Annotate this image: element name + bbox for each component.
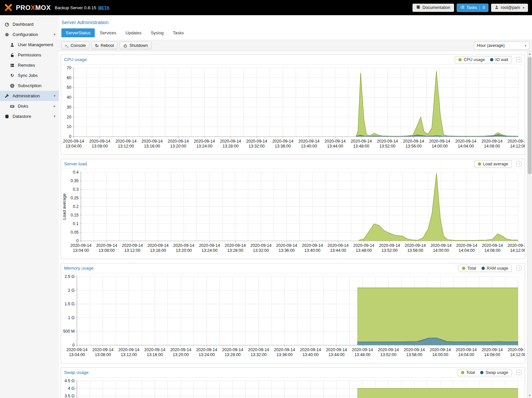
load-chart: 00.050.10.150.20.250.30.350.42020-09-141… — [61, 169, 525, 259]
chevron-down-icon: ▾ — [523, 6, 524, 10]
scroll-up-icon[interactable]: ▲ — [527, 51, 532, 56]
legend-item[interactable]: RAM usage — [481, 266, 508, 271]
svg-text:14:08:00: 14:08:00 — [484, 248, 501, 253]
legend-item[interactable]: Total — [462, 266, 476, 271]
svg-text:13:28:00: 13:28:00 — [227, 248, 243, 253]
collapse-icon[interactable]: − — [516, 370, 522, 375]
documentation-button[interactable]: Documentation — [412, 4, 454, 12]
chevron-down-icon[interactable]: ▾ — [53, 94, 55, 98]
user-menu-button[interactable]: root@pam ▾ — [491, 4, 528, 12]
chevron-down-icon[interactable]: ▾ — [53, 114, 55, 118]
legend-label: CPU usage — [464, 57, 485, 62]
svg-text:4.5 G: 4.5 G — [64, 379, 75, 383]
svg-text:13:08:00: 13:08:00 — [95, 352, 111, 357]
sidebar-item-disks[interactable]: Disks▸ — [0, 101, 59, 111]
chart-legend: CPU usageIO wait — [455, 56, 512, 63]
svg-text:2020-09-14: 2020-09-14 — [377, 139, 398, 144]
legend-item[interactable]: Load average — [478, 162, 508, 166]
tab-updates[interactable]: Updates — [121, 28, 146, 37]
svg-text:13:16:00: 13:16:00 — [144, 144, 160, 149]
collapse-icon[interactable]: − — [516, 57, 522, 62]
tab-syslog[interactable]: Syslog — [146, 28, 168, 37]
gauge-icon — [4, 22, 10, 27]
svg-text:2020-09-14: 2020-09-14 — [351, 139, 372, 144]
server-icon — [9, 63, 15, 68]
svg-text:13:40:00: 13:40:00 — [301, 144, 317, 149]
svg-text:0.25: 0.25 — [71, 196, 79, 200]
panel-header: Server loadLoad average− — [61, 159, 525, 169]
chevron-right-icon[interactable]: ▸ — [53, 104, 55, 108]
svg-text:2020-09-14: 2020-09-14 — [92, 348, 114, 352]
svg-text:13:44:00: 13:44:00 — [330, 248, 346, 253]
svg-text:0.2: 0.2 — [73, 204, 79, 209]
shutdown-button[interactable]: Shutdown — [120, 42, 152, 50]
chart-legend: TotalRAM usage — [458, 265, 512, 272]
legend-item[interactable]: IO wait — [490, 57, 508, 62]
timeframe-selected-value: Hour (average) — [477, 43, 505, 48]
tab-serverstatus[interactable]: ServerStatus — [61, 28, 95, 37]
console-button[interactable]: >_ Console — [61, 42, 89, 50]
terminal-icon: >_ — [65, 44, 69, 47]
app-body: DashboardConfiguration▾User ManagementPe… — [0, 15, 532, 398]
tab-services[interactable]: Services — [95, 28, 121, 37]
svg-text:13:36:00: 13:36:00 — [275, 144, 291, 149]
beta-link[interactable]: BETA — [98, 5, 109, 10]
svg-text:2020-09-14: 2020-09-14 — [168, 139, 189, 144]
svg-text:0: 0 — [76, 239, 79, 243]
svg-text:2020-09-14: 2020-09-14 — [89, 139, 110, 144]
svg-text:2020-09-14: 2020-09-14 — [194, 139, 215, 144]
svg-text:14:04:00: 14:04:00 — [458, 352, 474, 357]
collapse-icon[interactable]: − — [516, 265, 522, 271]
svg-text:13:04:00: 13:04:00 — [66, 144, 82, 149]
chevron-down-icon[interactable]: ▾ — [53, 32, 55, 37]
svg-text:0.4: 0.4 — [73, 170, 79, 175]
svg-text:2020-09-14: 2020-09-14 — [325, 139, 346, 144]
svg-text:1.5 G: 1.5 G — [64, 302, 75, 306]
svg-text:13:32:00: 13:32:00 — [253, 248, 269, 253]
svg-text:13:12:00: 13:12:00 — [118, 144, 134, 149]
svg-text:14:12:00: 14:12:00 — [510, 144, 525, 149]
svg-text:2020-09-14: 2020-09-14 — [248, 348, 269, 352]
svg-text:2020-09-14: 2020-09-14 — [274, 348, 295, 352]
task-list-icon — [460, 5, 465, 10]
legend-item[interactable]: Total — [461, 370, 475, 375]
vertical-scrollbar[interactable]: ▲ ▼ — [527, 51, 532, 398]
svg-text:14:08:00: 14:08:00 — [484, 144, 500, 149]
user-icon — [9, 43, 15, 47]
sidebar-item-permissions[interactable]: Permissions — [0, 50, 59, 60]
svg-text:2020-09-14: 2020-09-14 — [170, 348, 191, 352]
chart-body: 0500 M1 G1.5 G2 G2.5 G3 G3.5 G4 G4.5 G20… — [61, 378, 525, 398]
collapse-icon[interactable]: − — [516, 161, 522, 167]
legend-item[interactable]: CPU usage — [458, 57, 485, 62]
scrollbar-thumb[interactable] — [528, 57, 532, 174]
sidebar-item-sync-jobs[interactable]: ↻Sync Jobs — [0, 70, 59, 81]
svg-text:2020-09-14: 2020-09-14 — [430, 243, 451, 248]
reboot-button[interactable]: ↻ Reboot — [91, 42, 118, 50]
sidebar-item-datastore[interactable]: Datastore▾ — [0, 111, 59, 121]
sidebar-item-subscription[interactable]: Subscription — [0, 81, 59, 91]
panel-cpu: CPU usageCPU usageIO wait−01020304050607… — [61, 54, 525, 155]
timeframe-select[interactable]: Hour (average) ▾ — [474, 42, 529, 50]
sidebar-item-administration[interactable]: Administration▾ — [0, 91, 59, 101]
sidebar-item-user-management[interactable]: User Management — [0, 40, 59, 50]
svg-text:2020-09-14: 2020-09-14 — [96, 243, 117, 248]
svg-text:2020-09-14: 2020-09-14 — [508, 348, 525, 352]
panel-title: Server load — [64, 161, 87, 166]
svg-text:0.05: 0.05 — [71, 230, 79, 235]
legend-item[interactable]: Swap usage — [480, 370, 508, 375]
sidebar-item-dashboard[interactable]: Dashboard — [0, 19, 59, 29]
sidebar-item-configuration[interactable]: Configuration▾ — [0, 29, 59, 40]
chart-body: 00.050.10.150.20.250.30.350.42020-09-141… — [61, 169, 525, 259]
svg-text:13:48:00: 13:48:00 — [356, 248, 372, 253]
legend-dot — [478, 162, 481, 166]
chart-body: 0102030405060702020-09-1413:04:002020-09… — [61, 65, 525, 154]
svg-text:0: 0 — [69, 134, 71, 139]
tasks-button[interactable]: Tasks 0 — [457, 4, 489, 12]
svg-text:2020-09-14: 2020-09-14 — [328, 243, 349, 248]
svg-text:14:00:00: 14:00:00 — [432, 352, 448, 357]
sidebar-item-remotes[interactable]: Remotes — [0, 60, 59, 70]
scroll-down-icon[interactable]: ▼ — [527, 393, 532, 398]
svg-text:2020-09-14: 2020-09-14 — [481, 348, 503, 352]
tab-tasks[interactable]: Tasks — [168, 28, 188, 37]
sidebar-item-label: User Management — [18, 42, 53, 47]
